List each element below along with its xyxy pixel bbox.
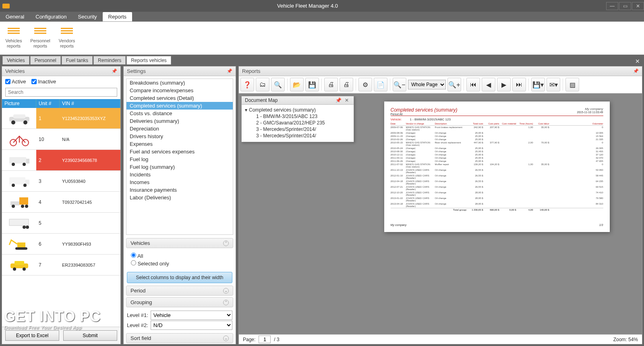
report-row: 2012-01-10JOHN'S USED CARS (Retailer)Oil… — [391, 174, 603, 180]
collapse-icon[interactable]: ⌃ — [223, 300, 229, 305]
report-option[interactable]: Labor (Deliveries) — [126, 194, 233, 201]
maximize-button[interactable]: ▭ — [619, 2, 631, 10]
vehicle-row[interactable]: 4T09327042145 — [2, 192, 120, 213]
ribbon-personnel-reports[interactable]: Personnelreports — [29, 23, 52, 53]
doc-tab-reminders[interactable]: Reminders — [93, 56, 126, 64]
help-icon[interactable]: ❓ — [240, 78, 254, 91]
active-checkbox[interactable]: Active — [5, 79, 26, 85]
grouping-section-header[interactable]: Grouping⌃ — [126, 297, 233, 307]
vehicle-row[interactable]: 1Y1234523035353XYZ — [2, 108, 120, 129]
report-option[interactable]: Costs vs. distance — [126, 110, 233, 117]
report-option[interactable]: Drivers history — [126, 133, 233, 140]
print-icon[interactable]: 🖨 — [324, 78, 338, 91]
close-icon[interactable]: ✕ — [343, 97, 350, 103]
vehicles-section-header[interactable]: Vehicles⌃ — [126, 238, 233, 248]
col-unit[interactable]: Unit # — [36, 99, 60, 108]
open-icon[interactable]: 📂 — [290, 78, 304, 91]
vehicle-row[interactable]: 5 — [2, 213, 120, 234]
first-page-icon[interactable]: ⏮ — [466, 78, 480, 91]
svg-rect-25 — [14, 261, 24, 265]
vehicle-row[interactable]: 7ER23394083057 — [2, 255, 120, 276]
vehicle-row[interactable]: 2Y2390234568678 — [2, 150, 120, 171]
docmap-item[interactable]: 3 - Mercedes/Sprinter/2014/ — [245, 133, 350, 139]
menu-tab-general[interactable]: General — [0, 12, 30, 21]
report-option[interactable]: Completed services (Detail) — [126, 94, 233, 102]
docmap-item[interactable]: 1 - BMW/M-3/2015/ABC 123 — [245, 114, 350, 119]
page-setup-icon[interactable]: ⚙ — [358, 78, 372, 91]
pin-icon[interactable]: 📌 — [334, 97, 343, 103]
report-option[interactable]: Incomes — [126, 178, 233, 186]
report-option[interactable]: Incidents — [126, 171, 233, 178]
col-picture[interactable]: Picture — [2, 99, 36, 108]
vehicle-row[interactable]: 10N/A — [2, 129, 120, 150]
report-row: 2012-10-20JOHN'S USED CARS (Retailer)Oil… — [391, 191, 603, 197]
report-option[interactable]: Insurance payments — [126, 186, 233, 194]
last-page-icon[interactable]: ⏭ — [512, 78, 526, 91]
doc-tab-reports-vehicles[interactable]: Reports vehicles — [126, 56, 171, 64]
close-button[interactable]: ✕ — [632, 2, 644, 10]
quick-print-icon[interactable]: 🖨 — [340, 78, 353, 91]
status-bar: Page: / 3 Zoom: 54% — [239, 334, 642, 344]
level1-select[interactable]: Vehicle — [151, 311, 232, 320]
docmap-item[interactable]: 3 - Mercedes/Sprinter/2014/ — [245, 126, 350, 132]
watermark-icon[interactable]: ▨ — [565, 78, 579, 91]
minimize-button[interactable]: — — [606, 2, 618, 10]
pin-icon[interactable]: 📌 — [227, 68, 232, 74]
email-icon[interactable]: ✉▾ — [547, 78, 560, 91]
app-icon — [2, 4, 10, 8]
docmap-item[interactable]: 2 - GMC/Savana/2012/HEP 235 — [245, 120, 350, 126]
col-vin[interactable]: VIN # — [60, 99, 120, 108]
level2-select[interactable]: N/D — [151, 321, 232, 330]
doc-tab-personnel[interactable]: Personnel — [30, 56, 61, 64]
export-icon[interactable]: 💾▾ — [531, 78, 545, 91]
save-icon[interactable]: 💾 — [305, 78, 319, 91]
inactive-checkbox[interactable]: Inactive — [31, 79, 56, 85]
document-map-icon[interactable]: 🗂 — [256, 78, 269, 91]
period-section-header[interactable]: Period⌄ — [126, 286, 233, 296]
zoom-in-icon[interactable]: 🔍+ — [447, 78, 461, 91]
radio-all[interactable]: All — [131, 253, 228, 259]
header-footer-icon[interactable]: 📄 — [374, 78, 387, 91]
export-excel-button[interactable]: Export to Excel — [5, 330, 59, 341]
report-option[interactable]: Fuel and services expenses — [126, 148, 233, 155]
zoom-select[interactable]: Whole Page — [408, 80, 446, 89]
sort-section-header[interactable]: Sort field⌄ — [126, 333, 233, 343]
docmap-root[interactable]: ▾ Completed services (summary) — [245, 107, 350, 113]
expand-icon[interactable]: ⌄ — [223, 336, 229, 341]
submit-button[interactable]: Submit — [63, 330, 117, 341]
report-option[interactable]: Deliveries (summary) — [126, 117, 233, 125]
next-page-icon[interactable]: ▶ — [497, 78, 511, 91]
report-option[interactable]: Fuel log — [126, 155, 233, 163]
report-option[interactable]: Breakdowns (summary) — [126, 79, 233, 87]
menu-tab-configuration[interactable]: Configuration — [30, 12, 72, 21]
report-option[interactable]: Fuel log (summary) — [126, 163, 233, 171]
find-icon[interactable]: 🔍 — [271, 78, 285, 91]
doc-tab-fuel-tanks[interactable]: Fuel tanks — [62, 56, 93, 64]
pin-icon[interactable]: 📌 — [112, 68, 117, 74]
report-list[interactable]: Breakdowns (summary)Compare income/expen… — [126, 79, 233, 235]
select-columns-button[interactable]: Select columns to display and their widt… — [127, 272, 232, 283]
collapse-icon[interactable]: ⌃ — [223, 240, 229, 246]
report-row: 2011-03-11(Garage)Oil change25,95 $42 07… — [391, 156, 603, 160]
page-label: Page: — [243, 337, 255, 342]
expand-icon[interactable]: ⌄ — [223, 288, 229, 294]
vehicle-row[interactable]: 3YU0593840 — [2, 171, 120, 192]
prev-page-icon[interactable]: ◀ — [482, 78, 495, 91]
report-option[interactable]: Depreciation — [126, 125, 233, 133]
ribbon-vehicles-reports[interactable]: Vehiclesreports — [2, 23, 25, 53]
menu-tab-reports[interactable]: Reports — [103, 12, 133, 21]
pin-icon[interactable]: 📌 — [633, 68, 639, 74]
search-input[interactable] — [5, 88, 117, 97]
close-tab-icon[interactable]: ✕ — [631, 58, 644, 64]
page-input[interactable] — [259, 336, 271, 343]
radio-selected-only[interactable]: Selected only — [131, 260, 228, 267]
report-option[interactable]: Expenses — [126, 140, 233, 148]
ribbon-vendors-reports[interactable]: Vendorsreports — [56, 23, 78, 53]
vehicle-row[interactable]: 6YY98390FH93 — [2, 234, 120, 255]
report-option[interactable]: Compare income/expenses — [126, 87, 233, 94]
menu-tab-security[interactable]: Security — [72, 12, 103, 21]
report-option[interactable]: Completed services (summary) — [126, 102, 233, 110]
vehicle-scope-radios: All Selected only — [124, 249, 236, 270]
doc-tab-vehicles[interactable]: Vehicles — [2, 56, 29, 64]
zoom-out-icon[interactable]: 🔍− — [393, 78, 406, 91]
